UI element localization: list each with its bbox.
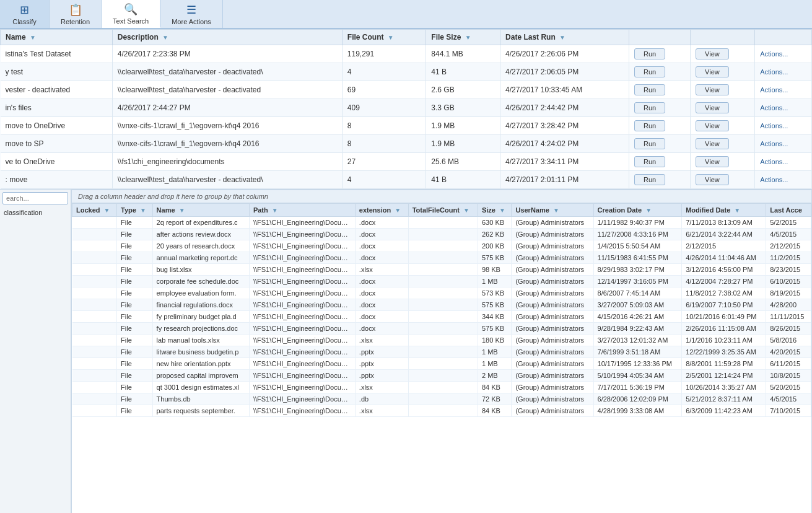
ext-filter-icon[interactable]: ▼ [395,207,401,214]
run-button[interactable]: Run [634,156,665,167]
col-last-access: Last Acce [766,204,811,217]
cell-extension: .xlsx [355,335,408,346]
col-total-file-count: TotalFileCount ▼ [408,204,478,217]
cell-last-access: 8/19/2015 [766,287,811,299]
type-filter-icon[interactable]: ▼ [140,207,146,214]
cell-locked [72,299,117,311]
fname-filter-icon[interactable]: ▼ [179,207,185,214]
table-row: File proposed capital improvem \\FS1\CHI… [72,370,811,382]
view-button[interactable]: View [696,120,729,131]
actions-link[interactable]: Actions... [760,68,788,76]
name-filter-icon[interactable]: ▼ [30,34,36,41]
row-description: \\fs1\chi_engineering\documents [112,153,342,171]
run-button[interactable]: Run [634,120,665,131]
table-row: File employee evaluation form. \\FS1\CHI… [72,287,811,299]
cell-last-access: 11/11/2015 [766,311,811,323]
row-file-size: 3.3 GB [426,99,500,117]
desc-filter-icon[interactable]: ▼ [162,34,168,41]
more-actions-button[interactable]: ☰ More Actions [160,0,223,28]
row-file-count: 8 [342,135,426,153]
view-button[interactable]: View [696,174,729,185]
cell-extension: .docx [355,217,408,229]
row-file-size: 41 B [426,171,500,189]
cell-creation-date: 8/29/1983 3:02:17 PM [593,264,682,276]
row-description: 4/26/2017 2:44:27 PM [112,99,342,117]
fs-filter-icon[interactable]: ▼ [465,34,471,41]
text-search-button[interactable]: 🔍 Text Search [102,0,160,28]
actions-link[interactable]: Actions... [760,86,788,94]
locked-filter-icon[interactable]: ▼ [104,207,110,214]
tfc-filter-icon[interactable]: ▼ [463,207,469,214]
cell-creation-date: 10/17/1995 12:33:36 PM [593,358,682,370]
run-button[interactable]: Run [634,48,665,59]
path-filter-icon[interactable]: ▼ [272,207,278,214]
classify-label: Classify [12,18,37,25]
actions-link[interactable]: Actions... [760,104,788,112]
table-row: File parts requests september. \\FS1\CHI… [72,405,811,417]
cell-type: File [117,217,153,229]
actions-link[interactable]: Actions... [760,122,788,129]
cell-path: \\FS1\CHI_Engineering\Documents\ [249,346,355,358]
cell-size: 344 KB [478,311,511,323]
cell-modified-date: 2/12/2015 [682,240,766,252]
table-row: File after actions review.docx \\FS1\CHI… [72,229,811,240]
cell-name: after actions review.docx [152,229,249,240]
cd-filter-icon[interactable]: ▼ [645,207,652,214]
un-filter-icon[interactable]: ▼ [553,207,559,214]
cell-modified-date: 4/26/2014 11:04:46 AM [682,252,766,264]
row-view-cell: View [691,63,755,81]
actions-link[interactable]: Actions... [760,158,788,165]
cell-extension: .xlsx [355,405,408,417]
cell-locked [72,229,117,240]
sidebar-search-input[interactable] [2,192,68,204]
classify-button[interactable]: ⊞ Classify [0,0,50,28]
view-button[interactable]: View [696,138,729,149]
cell-locked [72,346,117,358]
cell-last-access: 4/20/2015 [766,346,811,358]
view-button[interactable]: View [696,102,729,113]
run-button[interactable]: Run [634,102,665,113]
row-actions-cell: Actions... [755,117,812,135]
cell-path: \\FS1\CHI_Engineering\Documents\ [249,252,355,264]
view-button[interactable]: View [696,66,729,77]
row-description: \\clearwell\test_data\harvester - deacti… [112,81,342,99]
retention-button[interactable]: 📋 Retention [50,0,102,28]
row-actions-cell: Actions... [755,81,812,99]
cell-size: 84 KB [478,405,511,417]
classify-icon: ⊞ [20,3,29,17]
cell-username: (Group) Administrators [512,252,593,264]
cell-name: 20 years of research.docx [152,240,249,252]
cell-locked [72,335,117,346]
file-table-body: File 2q report of expenditures.c \\FS1\C… [72,217,811,417]
col-type: Type ▼ [117,204,153,217]
view-button[interactable]: View [696,84,729,95]
size-filter-icon[interactable]: ▼ [499,207,505,214]
view-button[interactable]: View [696,48,729,59]
row-description: \\clearwell\test_data\harvester - deacti… [112,171,342,189]
actions-link[interactable]: Actions... [760,176,788,183]
cell-size: 1 MB [478,346,511,358]
cell-type: File [117,358,153,370]
run-button[interactable]: Run [634,84,665,95]
cell-modified-date: 1/1/2016 10:23:11 AM [682,335,766,346]
md-filter-icon[interactable]: ▼ [734,207,740,214]
actions-link[interactable]: Actions... [760,140,788,147]
run-button[interactable]: Run [634,66,665,77]
cell-last-access: 5/20/2015 [766,382,811,393]
actions-link[interactable]: Actions... [760,50,788,58]
fc-filter-icon[interactable]: ▼ [388,34,394,41]
run-button[interactable]: Run [634,138,665,149]
cell-modified-date: 4/12/2004 7:28:27 PM [682,276,766,287]
table-row: in's files 4/26/2017 2:44:27 PM 409 3.3 … [1,99,812,117]
row-file-count: 409 [342,99,426,117]
cell-path: \\FS1\CHI_Engineering\Documents\ [249,370,355,382]
cell-path: \\FS1\CHI_Engineering\Documents\ [249,382,355,393]
col-creation-date: Creation Date ▼ [593,204,682,217]
cell-path: \\FS1\CHI_Engineering\Documents\ [249,405,355,417]
run-button[interactable]: Run [634,174,665,185]
cell-modified-date: 2/26/2016 11:15:08 AM [682,323,766,335]
cell-extension: .docx [355,311,408,323]
cell-path: \\FS1\CHI_Engineering\Documents\ [249,217,355,229]
dlr-filter-icon[interactable]: ▼ [559,34,565,41]
view-button[interactable]: View [696,156,729,167]
